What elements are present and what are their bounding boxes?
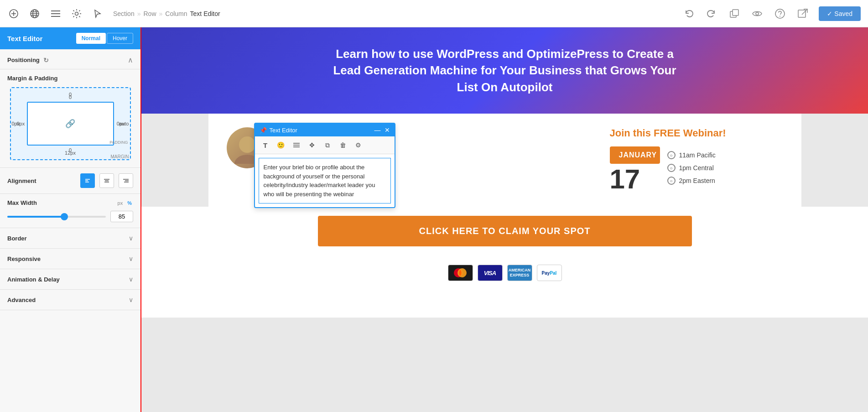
close-icon[interactable]: ✕ bbox=[385, 126, 390, 134]
date-box: JANUARY 17 ○ 11am Pacific ○ 1pm Central bbox=[610, 146, 783, 193]
time-label-1: 11am Pacific bbox=[679, 151, 716, 159]
month-day-box: JANUARY 17 bbox=[610, 146, 660, 193]
toolbar-right: ✓ Saved bbox=[682, 6, 861, 21]
time-list: ○ 11am Pacific ○ 1pm Central ○ 2pm Easte… bbox=[667, 151, 716, 185]
share-icon[interactable] bbox=[796, 7, 810, 21]
border-chevron: ∨ bbox=[129, 235, 133, 242]
text-tool-icon[interactable]: T bbox=[260, 139, 271, 151]
slider-thumb[interactable] bbox=[61, 213, 68, 220]
hover-mode-button[interactable]: Hover bbox=[107, 33, 133, 44]
panel-header: Text Editor Normal Hover bbox=[0, 27, 140, 49]
delete-tool-icon[interactable]: 🗑 bbox=[337, 139, 349, 151]
border-section[interactable]: Border ∨ bbox=[0, 228, 140, 249]
margin-padding-section: Margin & Padding 0 0px auto 12px MARGIN bbox=[0, 69, 140, 168]
cta-button[interactable]: CLICK HERE TO CLAIM YOUR SPOT bbox=[318, 216, 692, 246]
positioning-section: Positioning ↻ ∧ bbox=[0, 49, 140, 69]
mp-box: 0 0px auto 12px MARGIN 🔗 0 0px bbox=[10, 87, 131, 160]
maxwidth-label: Max Width bbox=[7, 199, 37, 206]
visa-icon: VISA bbox=[478, 265, 503, 281]
align-left-button[interactable] bbox=[80, 173, 95, 188]
eye-icon[interactable] bbox=[750, 7, 764, 21]
mp-right-inner-val: 0px bbox=[117, 121, 125, 126]
mp-padding-label: PADDING bbox=[109, 140, 128, 145]
time-item-1: ○ 11am Pacific bbox=[667, 151, 716, 159]
align-center-button[interactable] bbox=[99, 173, 114, 188]
hero-section: Learn how to use WordPress and OptimizeP… bbox=[141, 27, 868, 114]
positioning-title: Positioning ↻ bbox=[7, 57, 49, 64]
mp-margin-label: MARGIN bbox=[111, 154, 129, 159]
mode-buttons: Normal Hover bbox=[76, 33, 133, 44]
time-label-3: 2pm Eastern bbox=[679, 177, 715, 184]
content-section: Ma Be 📌 Text Editor — bbox=[208, 114, 801, 207]
main-layout: Text Editor Normal Hover Positioning ↻ ∧… bbox=[0, 27, 868, 412]
breadcrumb-section[interactable]: Section bbox=[113, 10, 135, 17]
responsive-chevron: ∨ bbox=[129, 255, 133, 262]
link-icon[interactable]: 🔗 bbox=[65, 119, 75, 129]
saved-button[interactable]: ✓ Saved bbox=[819, 6, 861, 21]
pin-icon[interactable]: 📌 bbox=[260, 127, 267, 134]
webinar-title: Join this FREE Webinar! bbox=[610, 127, 783, 139]
border-label: Border bbox=[7, 235, 27, 242]
svg-point-15 bbox=[775, 9, 785, 18]
mp-bottom-inner-val: 0 bbox=[69, 147, 72, 153]
alignment-section: Alignment bbox=[0, 168, 140, 194]
webinar-info: Join this FREE Webinar! JANUARY 17 ○ 11a… bbox=[610, 127, 783, 193]
emoji-tool-icon[interactable]: 🙂 bbox=[275, 139, 287, 151]
svg-point-29 bbox=[239, 136, 255, 153]
maxwidth-input[interactable] bbox=[110, 211, 133, 222]
help-icon[interactable] bbox=[773, 7, 787, 21]
menu-icon[interactable] bbox=[49, 7, 62, 20]
breadcrumb-row[interactable]: Row bbox=[144, 10, 156, 17]
clock-icon-2: ○ bbox=[667, 164, 676, 172]
animation-section[interactable]: Animation & Delay ∨ bbox=[0, 269, 140, 290]
popup-toolbar: T 🙂 ✥ ⧉ 🗑 ⚙ bbox=[255, 136, 395, 154]
redo-icon[interactable] bbox=[705, 7, 718, 21]
percent-unit-button[interactable]: % bbox=[126, 200, 133, 206]
bottom-spacer bbox=[141, 290, 868, 318]
hero-title: Learn how to use WordPress and OptimizeP… bbox=[322, 46, 687, 95]
svg-rect-13 bbox=[733, 10, 738, 16]
settings-icon[interactable] bbox=[70, 7, 83, 20]
minimize-icon[interactable]: — bbox=[374, 126, 381, 134]
content-row: Ma Be 📌 Text Editor — bbox=[227, 127, 783, 193]
advanced-section[interactable]: Advanced ∨ bbox=[0, 290, 140, 310]
breadcrumb-texteditor[interactable]: Text Editor bbox=[190, 10, 220, 17]
mp-left-inner-val: 0px bbox=[17, 121, 25, 126]
cursor-icon[interactable] bbox=[91, 7, 104, 20]
mp-top-inner-val: 0 bbox=[69, 94, 72, 100]
alignment-row: Alignment bbox=[7, 173, 133, 188]
maxwidth-header: Max Width px % bbox=[7, 199, 133, 206]
top-toolbar: Section » Row » Column Text Editor bbox=[0, 0, 868, 27]
duplicate-tool-icon[interactable]: ⧉ bbox=[322, 139, 333, 151]
gear-tool-icon[interactable]: ⚙ bbox=[353, 139, 364, 151]
undo-icon[interactable] bbox=[682, 7, 696, 21]
refresh-icon[interactable]: ↻ bbox=[43, 57, 49, 64]
svg-rect-17 bbox=[798, 10, 806, 17]
day-number: 17 bbox=[610, 166, 660, 193]
bio-area: Ma Be 📌 Text Editor — bbox=[227, 127, 596, 173]
popup-header-right: — ✕ bbox=[374, 126, 390, 134]
move-tool-icon[interactable]: ✥ bbox=[306, 139, 318, 151]
popup-content[interactable]: Enter your brief bio or profile about th… bbox=[259, 158, 391, 203]
positioning-collapse[interactable]: ∧ bbox=[128, 56, 133, 64]
svg-point-16 bbox=[780, 16, 780, 16]
canvas-area: Learn how to use WordPress and OptimizeP… bbox=[141, 27, 868, 412]
svg-point-35 bbox=[457, 268, 467, 277]
cta-section: CLICK HERE TO CLAIM YOUR SPOT bbox=[141, 207, 868, 260]
maxwidth-units: px % bbox=[116, 200, 133, 206]
globe-icon[interactable] bbox=[28, 7, 41, 20]
mastercard-icon bbox=[448, 265, 473, 281]
align-right-button[interactable] bbox=[119, 173, 133, 188]
responsive-section[interactable]: Responsive ∨ bbox=[0, 249, 140, 269]
slider-track[interactable] bbox=[7, 216, 106, 218]
add-icon[interactable] bbox=[7, 7, 20, 20]
px-unit-button[interactable]: px bbox=[116, 200, 125, 206]
time-label-2: 1pm Central bbox=[679, 164, 714, 172]
time-item-3: ○ 2pm Eastern bbox=[667, 177, 716, 185]
duplicate-icon[interactable] bbox=[728, 7, 741, 21]
slider-row bbox=[7, 211, 133, 222]
breadcrumb-column[interactable]: Column bbox=[165, 10, 187, 17]
align-tool-icon[interactable] bbox=[291, 139, 302, 151]
toolbar-left bbox=[7, 7, 104, 20]
normal-mode-button[interactable]: Normal bbox=[76, 33, 106, 44]
